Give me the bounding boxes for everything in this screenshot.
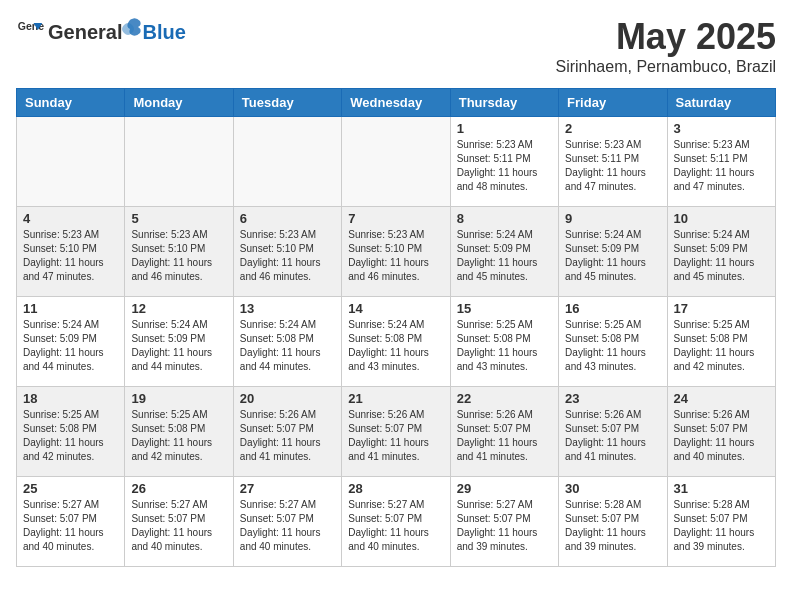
- page-header: General General Blue May 2025 Sirinhaem,…: [16, 16, 776, 76]
- day-cell: 17Sunrise: 5:25 AM Sunset: 5:08 PM Dayli…: [667, 297, 775, 387]
- day-cell: 16Sunrise: 5:25 AM Sunset: 5:08 PM Dayli…: [559, 297, 667, 387]
- day-info: Sunrise: 5:23 AM Sunset: 5:10 PM Dayligh…: [131, 228, 226, 284]
- day-info: Sunrise: 5:23 AM Sunset: 5:11 PM Dayligh…: [457, 138, 552, 194]
- day-cell: 3Sunrise: 5:23 AM Sunset: 5:11 PM Daylig…: [667, 117, 775, 207]
- day-cell: 4Sunrise: 5:23 AM Sunset: 5:10 PM Daylig…: [17, 207, 125, 297]
- day-info: Sunrise: 5:26 AM Sunset: 5:07 PM Dayligh…: [240, 408, 335, 464]
- day-number: 29: [457, 481, 552, 496]
- day-cell: 21Sunrise: 5:26 AM Sunset: 5:07 PM Dayli…: [342, 387, 450, 477]
- day-info: Sunrise: 5:24 AM Sunset: 5:09 PM Dayligh…: [457, 228, 552, 284]
- day-info: Sunrise: 5:27 AM Sunset: 5:07 PM Dayligh…: [457, 498, 552, 554]
- day-number: 12: [131, 301, 226, 316]
- day-cell: 9Sunrise: 5:24 AM Sunset: 5:09 PM Daylig…: [559, 207, 667, 297]
- day-number: 27: [240, 481, 335, 496]
- day-number: 10: [674, 211, 769, 226]
- day-cell: 18Sunrise: 5:25 AM Sunset: 5:08 PM Dayli…: [17, 387, 125, 477]
- day-info: Sunrise: 5:28 AM Sunset: 5:07 PM Dayligh…: [674, 498, 769, 554]
- day-number: 7: [348, 211, 443, 226]
- day-info: Sunrise: 5:25 AM Sunset: 5:08 PM Dayligh…: [674, 318, 769, 374]
- weekday-header-monday: Monday: [125, 89, 233, 117]
- weekday-header-friday: Friday: [559, 89, 667, 117]
- day-info: Sunrise: 5:25 AM Sunset: 5:08 PM Dayligh…: [457, 318, 552, 374]
- day-cell: 22Sunrise: 5:26 AM Sunset: 5:07 PM Dayli…: [450, 387, 558, 477]
- weekday-header-saturday: Saturday: [667, 89, 775, 117]
- day-number: 13: [240, 301, 335, 316]
- day-number: 21: [348, 391, 443, 406]
- day-cell: 24Sunrise: 5:26 AM Sunset: 5:07 PM Dayli…: [667, 387, 775, 477]
- day-cell: [233, 117, 341, 207]
- day-number: 26: [131, 481, 226, 496]
- day-number: 19: [131, 391, 226, 406]
- logo-general: General: [48, 21, 122, 44]
- day-number: 6: [240, 211, 335, 226]
- week-row-1: 1Sunrise: 5:23 AM Sunset: 5:11 PM Daylig…: [17, 117, 776, 207]
- calendar-table: SundayMondayTuesdayWednesdayThursdayFrid…: [16, 88, 776, 567]
- day-cell: 19Sunrise: 5:25 AM Sunset: 5:08 PM Dayli…: [125, 387, 233, 477]
- day-info: Sunrise: 5:23 AM Sunset: 5:10 PM Dayligh…: [348, 228, 443, 284]
- day-info: Sunrise: 5:24 AM Sunset: 5:09 PM Dayligh…: [565, 228, 660, 284]
- day-number: 25: [23, 481, 118, 496]
- day-number: 20: [240, 391, 335, 406]
- day-cell: 12Sunrise: 5:24 AM Sunset: 5:09 PM Dayli…: [125, 297, 233, 387]
- day-info: Sunrise: 5:24 AM Sunset: 5:09 PM Dayligh…: [131, 318, 226, 374]
- day-number: 24: [674, 391, 769, 406]
- day-info: Sunrise: 5:23 AM Sunset: 5:11 PM Dayligh…: [565, 138, 660, 194]
- day-cell: 7Sunrise: 5:23 AM Sunset: 5:10 PM Daylig…: [342, 207, 450, 297]
- day-number: 28: [348, 481, 443, 496]
- day-info: Sunrise: 5:26 AM Sunset: 5:07 PM Dayligh…: [565, 408, 660, 464]
- day-number: 3: [674, 121, 769, 136]
- day-info: Sunrise: 5:24 AM Sunset: 5:09 PM Dayligh…: [674, 228, 769, 284]
- day-cell: 26Sunrise: 5:27 AM Sunset: 5:07 PM Dayli…: [125, 477, 233, 567]
- week-row-5: 25Sunrise: 5:27 AM Sunset: 5:07 PM Dayli…: [17, 477, 776, 567]
- day-cell: 15Sunrise: 5:25 AM Sunset: 5:08 PM Dayli…: [450, 297, 558, 387]
- day-number: 15: [457, 301, 552, 316]
- logo: General General Blue: [16, 16, 186, 44]
- day-cell: [17, 117, 125, 207]
- weekday-header-thursday: Thursday: [450, 89, 558, 117]
- day-cell: [342, 117, 450, 207]
- day-cell: 6Sunrise: 5:23 AM Sunset: 5:10 PM Daylig…: [233, 207, 341, 297]
- weekday-header-sunday: Sunday: [17, 89, 125, 117]
- logo-icon: General: [16, 16, 44, 44]
- day-info: Sunrise: 5:26 AM Sunset: 5:07 PM Dayligh…: [348, 408, 443, 464]
- day-cell: 28Sunrise: 5:27 AM Sunset: 5:07 PM Dayli…: [342, 477, 450, 567]
- week-row-2: 4Sunrise: 5:23 AM Sunset: 5:10 PM Daylig…: [17, 207, 776, 297]
- week-row-4: 18Sunrise: 5:25 AM Sunset: 5:08 PM Dayli…: [17, 387, 776, 477]
- weekday-header-row: SundayMondayTuesdayWednesdayThursdayFrid…: [17, 89, 776, 117]
- logo-wave-icon: [122, 17, 142, 39]
- day-number: 14: [348, 301, 443, 316]
- day-info: Sunrise: 5:24 AM Sunset: 5:08 PM Dayligh…: [240, 318, 335, 374]
- title-block: May 2025 Sirinhaem, Pernambuco, Brazil: [555, 16, 776, 76]
- day-info: Sunrise: 5:26 AM Sunset: 5:07 PM Dayligh…: [674, 408, 769, 464]
- day-info: Sunrise: 5:27 AM Sunset: 5:07 PM Dayligh…: [131, 498, 226, 554]
- day-number: 17: [674, 301, 769, 316]
- day-cell: 31Sunrise: 5:28 AM Sunset: 5:07 PM Dayli…: [667, 477, 775, 567]
- day-number: 9: [565, 211, 660, 226]
- day-number: 22: [457, 391, 552, 406]
- day-info: Sunrise: 5:25 AM Sunset: 5:08 PM Dayligh…: [23, 408, 118, 464]
- day-cell: 20Sunrise: 5:26 AM Sunset: 5:07 PM Dayli…: [233, 387, 341, 477]
- day-cell: 29Sunrise: 5:27 AM Sunset: 5:07 PM Dayli…: [450, 477, 558, 567]
- day-cell: 8Sunrise: 5:24 AM Sunset: 5:09 PM Daylig…: [450, 207, 558, 297]
- month-title: May 2025: [555, 16, 776, 58]
- day-cell: 14Sunrise: 5:24 AM Sunset: 5:08 PM Dayli…: [342, 297, 450, 387]
- day-info: Sunrise: 5:28 AM Sunset: 5:07 PM Dayligh…: [565, 498, 660, 554]
- day-cell: 5Sunrise: 5:23 AM Sunset: 5:10 PM Daylig…: [125, 207, 233, 297]
- day-cell: 30Sunrise: 5:28 AM Sunset: 5:07 PM Dayli…: [559, 477, 667, 567]
- day-number: 23: [565, 391, 660, 406]
- day-cell: [125, 117, 233, 207]
- day-info: Sunrise: 5:24 AM Sunset: 5:08 PM Dayligh…: [348, 318, 443, 374]
- day-info: Sunrise: 5:25 AM Sunset: 5:08 PM Dayligh…: [565, 318, 660, 374]
- day-info: Sunrise: 5:25 AM Sunset: 5:08 PM Dayligh…: [131, 408, 226, 464]
- day-cell: 2Sunrise: 5:23 AM Sunset: 5:11 PM Daylig…: [559, 117, 667, 207]
- day-cell: 25Sunrise: 5:27 AM Sunset: 5:07 PM Dayli…: [17, 477, 125, 567]
- logo-blue: Blue: [142, 21, 185, 44]
- location: Sirinhaem, Pernambuco, Brazil: [555, 58, 776, 76]
- day-cell: 1Sunrise: 5:23 AM Sunset: 5:11 PM Daylig…: [450, 117, 558, 207]
- day-cell: 27Sunrise: 5:27 AM Sunset: 5:07 PM Dayli…: [233, 477, 341, 567]
- day-number: 8: [457, 211, 552, 226]
- day-number: 2: [565, 121, 660, 136]
- day-number: 16: [565, 301, 660, 316]
- day-info: Sunrise: 5:23 AM Sunset: 5:10 PM Dayligh…: [240, 228, 335, 284]
- day-number: 31: [674, 481, 769, 496]
